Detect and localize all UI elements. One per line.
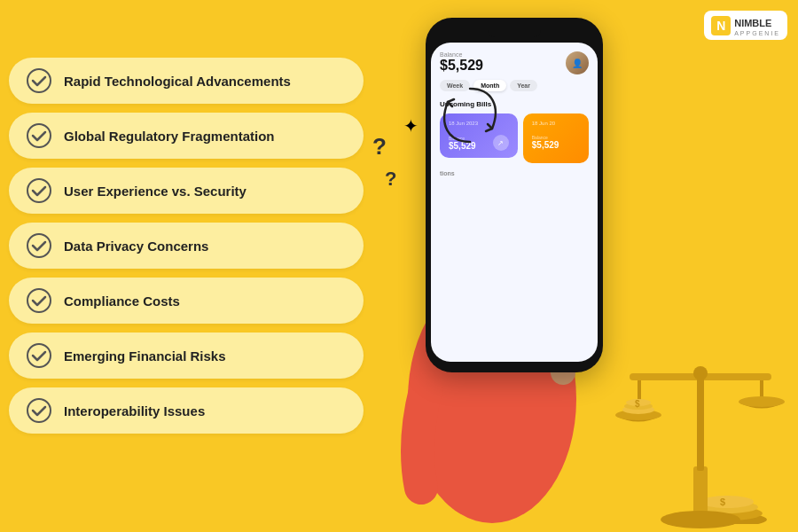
brand-name: NIMBLE — [734, 18, 771, 28]
list-item-4: Data Privacy Concerns — [9, 223, 364, 269]
item-label-1: Rapid Technological Advancements — [64, 74, 291, 89]
item-label-7: Interoperability Issues — [64, 403, 205, 419]
list-item-6: Emerging Financial Risks — [9, 332, 364, 379]
check-icon-2 — [27, 123, 51, 148]
star-decoration: ✦ — [403, 115, 419, 137]
question-marks-decoration: ? ? — [372, 133, 396, 191]
list-item-5: Compliance Costs — [9, 278, 364, 324]
brand-sub: APPGENIE — [734, 30, 780, 36]
item-label-5: Compliance Costs — [64, 293, 180, 309]
svg-point-2 — [27, 179, 51, 202]
challenges-list: Rapid Technological Advancements Global … — [9, 58, 364, 434]
item-label-3: User Experience vs. Security — [64, 184, 246, 199]
check-icon-5 — [27, 288, 51, 313]
svg-point-3 — [27, 234, 51, 257]
svg-point-4 — [27, 289, 51, 312]
curved-arrows-decoration — [434, 80, 505, 154]
phone-header: Balance $5,529 👤 — [440, 51, 589, 74]
logo-text-block: NIMBLE APPGENIE — [734, 14, 780, 36]
item-label-2: Global Regulatory Fragmentation — [64, 129, 275, 144]
bill2-amount: $5,529 — [532, 140, 559, 150]
bill2-date: 18 Jun 20 — [532, 121, 580, 126]
svg-point-0 — [27, 69, 51, 92]
svg-point-28 — [661, 511, 740, 528]
item-label-6: Emerging Financial Risks — [64, 348, 226, 364]
svg-point-41 — [739, 396, 785, 407]
check-icon-7 — [27, 398, 51, 423]
svg-rect-31 — [697, 373, 704, 471]
check-icon-6 — [27, 343, 51, 368]
bill2-bottom: Balance $5,529 — [532, 135, 580, 150]
list-item-1: Rapid Technological Advancements — [9, 58, 364, 104]
logo: N NIMBLE APPGENIE — [704, 11, 787, 40]
right-section: Balance $5,529 👤 Week Month Year Upcomin… — [337, 0, 798, 532]
balance-label: Balance — [440, 51, 483, 58]
bill2-balance: Balance $5,529 — [532, 135, 559, 150]
list-item-2: Global Regulatory Fragmentation — [9, 113, 364, 159]
balance-section: Balance $5,529 — [440, 51, 483, 74]
phone-bottom-text: tions — [440, 170, 589, 176]
tab-year[interactable]: Year — [510, 80, 537, 91]
list-item-3: User Experience vs. Security — [9, 168, 364, 214]
svg-point-5 — [27, 344, 51, 367]
check-icon-3 — [27, 178, 51, 203]
check-icon-4 — [27, 233, 51, 258]
list-item-7: Interoperability Issues — [9, 387, 364, 434]
item-label-4: Data Privacy Concerns — [64, 239, 208, 254]
phone-mockup: Balance $5,529 👤 Week Month Year Upcomin… — [426, 18, 603, 372]
logo-icon: N — [711, 16, 731, 35]
phone-notch — [488, 28, 541, 37]
svg-point-6 — [27, 399, 51, 422]
svg-point-1 — [27, 124, 51, 147]
bill-card-2: 18 Jun 20 Balance $5,529 — [523, 113, 589, 163]
balance-amount: $5,529 — [440, 58, 483, 74]
user-avatar: 👤 — [566, 51, 589, 74]
check-icon-1 — [27, 68, 51, 93]
